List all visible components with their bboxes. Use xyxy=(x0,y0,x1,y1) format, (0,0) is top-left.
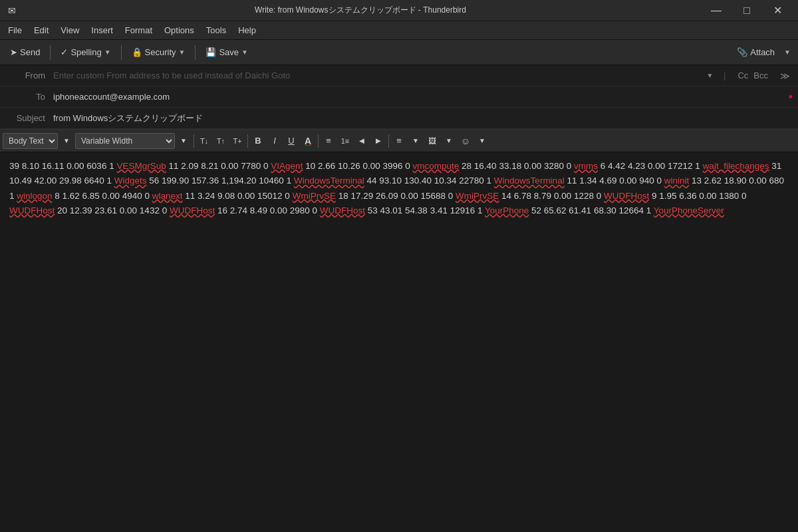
window-title: Write: from Windowsシステムクリップボード - Thunder… xyxy=(20,5,701,16)
spell-error-wait_filechanges: wait_filechanges xyxy=(703,161,769,171)
decrease-size-button[interactable]: T↓ xyxy=(196,133,212,149)
save-label: Save xyxy=(219,47,239,57)
attach-label: Attach xyxy=(750,47,775,57)
menu-tools[interactable]: Tools xyxy=(201,24,231,37)
spell-error-VIAgent: VIAgent xyxy=(271,161,303,171)
from-input[interactable] xyxy=(52,68,704,83)
maximize-button[interactable]: □ xyxy=(732,0,762,21)
toolbar-right: 📎 Attach ▼ xyxy=(731,43,794,62)
font-size-button[interactable]: T+ xyxy=(229,133,245,149)
toolbar-sep-2 xyxy=(121,45,122,60)
underline-button[interactable]: U xyxy=(283,133,299,149)
spell-error-VESMgrSub: VESMgrSub xyxy=(116,161,166,171)
indent-button[interactable]: ► xyxy=(370,133,386,149)
ordered-list-button[interactable]: 1≡ xyxy=(337,133,353,149)
from-row: From ▼ | Cc Bcc ≫ xyxy=(0,65,798,86)
emoji-dropdown: ☺ ▼ xyxy=(458,133,490,149)
font-dropdown: Variable Width ▼ xyxy=(75,133,192,149)
spell-error-YourPhoneServer: YourPhoneServer xyxy=(654,205,724,215)
spell-error-YourPhone: YourPhone xyxy=(485,205,529,215)
menu-format[interactable]: Format xyxy=(120,24,158,37)
spelling-label: Spelling xyxy=(70,47,101,57)
image-dropdown-btn[interactable]: ▼ xyxy=(441,133,457,149)
align-dropdown-btn[interactable]: ▼ xyxy=(408,133,424,149)
from-controls: ▼ | Cc Bcc ≫ xyxy=(704,70,793,81)
italic-button[interactable]: I xyxy=(267,133,283,149)
compose-body[interactable]: 39 8.10 16.11 0.00 6036 1 VESMgrSub 11 2… xyxy=(0,152,798,530)
menu-options[interactable]: Options xyxy=(159,24,200,37)
style-dropdown-btn[interactable]: ▼ xyxy=(59,133,74,149)
fmt-sep-4 xyxy=(388,134,389,148)
spell-error-WUDFHost-3: WUDFHost xyxy=(170,205,215,215)
send-icon: ➤ xyxy=(10,47,17,57)
cc-button[interactable]: Cc xyxy=(737,70,748,80)
bcc-button[interactable]: Bcc xyxy=(753,70,768,80)
spell-error-Widgets: Widgets xyxy=(114,176,147,186)
font-color-button[interactable]: A xyxy=(300,133,316,149)
align-button[interactable]: ≡ xyxy=(391,133,407,149)
font-select[interactable]: Variable Width xyxy=(75,133,175,149)
security-label: Security xyxy=(145,47,176,57)
fmt-sep-1 xyxy=(194,134,194,148)
security-icon: 🔒 xyxy=(132,47,142,57)
spell-error-vmcompute: vmcompute xyxy=(413,161,460,171)
fmt-sep-2 xyxy=(247,134,248,148)
save-button[interactable]: 💾 Save ▼ xyxy=(200,43,254,62)
spell-error-WUDFHost-2: WUDFHost xyxy=(9,205,55,215)
to-required-indicator: • xyxy=(789,91,793,103)
spell-error-WmiPrvSE-1: WmiPrvSE xyxy=(293,191,336,201)
increase-size-button[interactable]: T↑ xyxy=(213,133,229,149)
spell-error-winlogon: winlogon xyxy=(17,191,52,201)
security-chevron-icon: ▼ xyxy=(179,49,186,56)
save-icon: 💾 xyxy=(205,47,216,57)
attach-dropdown-button[interactable]: ▼ xyxy=(781,43,794,62)
style-select[interactable]: Body Text xyxy=(3,133,58,149)
bold-button[interactable]: B xyxy=(250,133,266,149)
security-button[interactable]: 🔒 Security ▼ xyxy=(126,43,192,62)
menu-file[interactable]: File xyxy=(3,24,27,37)
align-dropdown: ≡ ▼ xyxy=(391,133,424,149)
send-label: Send xyxy=(20,47,40,57)
to-row: To • xyxy=(0,86,798,108)
subject-label: Subject xyxy=(5,113,52,123)
expand-icon[interactable]: ≫ xyxy=(777,70,793,81)
send-button[interactable]: ➤ Send xyxy=(4,43,46,62)
save-chevron-icon: ▼ xyxy=(241,49,248,56)
attach-chevron-icon: ▼ xyxy=(784,49,791,56)
subject-input[interactable] xyxy=(52,110,793,126)
from-label: From xyxy=(5,70,52,80)
menubar: File Edit View Insert Format Options Too… xyxy=(0,21,798,40)
to-label: To xyxy=(5,92,52,102)
unordered-list-button[interactable]: ≡ xyxy=(321,133,336,149)
menu-edit[interactable]: Edit xyxy=(29,24,54,37)
spell-error-wininit: wininit xyxy=(664,176,690,186)
attach-icon: 📎 xyxy=(737,47,747,57)
toolbar-sep-3 xyxy=(195,45,196,60)
subject-row: Subject xyxy=(0,108,798,129)
menu-view[interactable]: View xyxy=(55,24,84,37)
titlebar: ✉ Write: from Windowsシステムクリップボード - Thund… xyxy=(0,0,798,21)
spell-error-WmiPrvSE-2: WmiPrvSE xyxy=(456,191,499,201)
format-toolbar: Body Text ▼ Variable Width ▼ T↓ T↑ T+ B … xyxy=(0,130,798,152)
spell-error-WUDFHost-1: WUDFHost xyxy=(604,191,649,201)
spelling-button[interactable]: ✓ Spelling ▼ xyxy=(55,43,116,62)
minimize-button[interactable]: — xyxy=(701,0,732,21)
spell-error-wlanext: wlanext xyxy=(152,191,183,201)
menu-help[interactable]: Help xyxy=(233,24,261,37)
spell-error-WUDFHost-4: WUDFHost xyxy=(320,205,365,215)
spell-error-WindowsTerminal-1: WindowsTerminal xyxy=(294,176,364,186)
emoji-dropdown-btn[interactable]: ▼ xyxy=(474,133,490,149)
main-toolbar: ➤ Send ✓ Spelling ▼ 🔒 Security ▼ 💾 Save … xyxy=(0,40,798,65)
compose-header: From ▼ | Cc Bcc ≫ To • Subject xyxy=(0,65,798,130)
emoji-button[interactable]: ☺ xyxy=(458,133,473,149)
image-button[interactable]: 🖼 xyxy=(424,133,440,149)
from-dropdown-icon[interactable]: ▼ xyxy=(704,70,716,80)
font-dropdown-btn[interactable]: ▼ xyxy=(176,133,192,149)
style-dropdown: Body Text ▼ xyxy=(3,133,74,149)
close-button[interactable]: ✕ xyxy=(762,0,793,21)
outdent-button[interactable]: ◄ xyxy=(354,133,370,149)
attach-button[interactable]: 📎 Attach xyxy=(731,43,781,62)
to-input[interactable] xyxy=(52,89,789,104)
spelling-icon: ✓ xyxy=(61,47,68,57)
menu-insert[interactable]: Insert xyxy=(86,24,118,37)
